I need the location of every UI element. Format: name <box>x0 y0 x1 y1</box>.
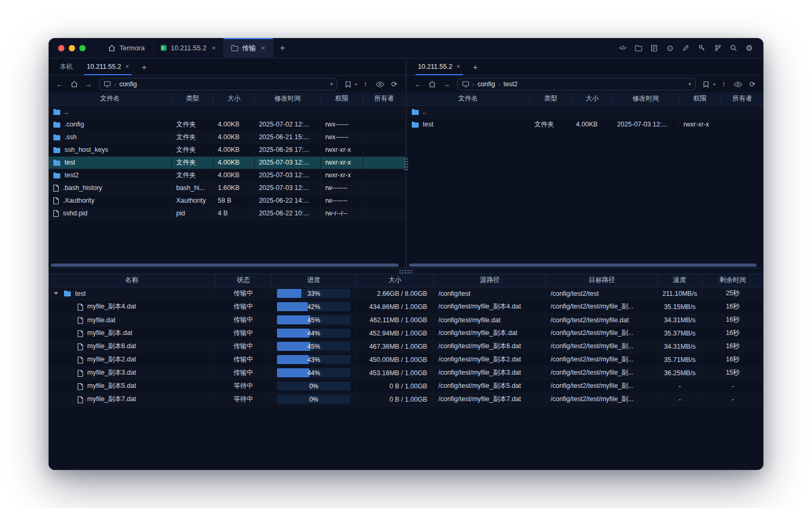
column-header[interactable]: 类型 <box>172 93 214 105</box>
transfer-row[interactable]: myfile_副本5.dat 等待中 0% 0 B / 1.00GB /conf… <box>49 379 763 393</box>
file-row[interactable]: .. <box>407 105 764 118</box>
path-breadcrumb[interactable]: › config ▾ <box>99 78 337 90</box>
file-row[interactable]: .ssh 文件夹 4.00KB 2025-06-21 15:... rwx---… <box>49 131 405 143</box>
record-macro-icon[interactable]: ⊙ <box>665 42 676 53</box>
log-icon[interactable] <box>649 42 660 53</box>
close-pane-tab-icon[interactable]: × <box>125 63 129 70</box>
new-pane-tab-button[interactable]: + <box>467 58 484 75</box>
transfer-row[interactable]: myfile_副本4.dat 传输中 42% 434.86MB / 1.00GB… <box>49 300 763 313</box>
path-breadcrumb[interactable]: › config › test2 ▾ <box>457 78 696 90</box>
key-manager-icon[interactable] <box>696 42 707 53</box>
column-header[interactable]: 文件名 <box>407 93 530 105</box>
file-owner <box>363 207 405 220</box>
forward-button[interactable]: → <box>82 78 94 90</box>
show-hidden-eye-icon[interactable] <box>732 78 744 90</box>
file-row[interactable]: test 文件夹 4.00KB 2025-07-03 12:... rwxr-x… <box>49 156 405 169</box>
expand-chevron-icon[interactable] <box>54 292 60 295</box>
minimize-window-button[interactable] <box>69 45 75 51</box>
bookmark-dropdown-icon[interactable]: ▾ <box>713 82 715 87</box>
tab-ssh-session[interactable]: 10.211.55.2 × <box>153 38 224 58</box>
pane-splitter[interactable] <box>405 58 407 268</box>
close-window-button[interactable] <box>58 45 64 51</box>
code-snippets-icon[interactable]: </> <box>617 42 628 53</box>
breadcrumb-segment[interactable]: test2 <box>503 80 518 88</box>
column-header[interactable]: 速度 <box>658 274 702 287</box>
file-row[interactable]: ssh_host_keys 文件夹 4.00KB 2025-06-26 17:.… <box>49 143 405 156</box>
back-button[interactable]: ← <box>54 78 66 90</box>
file-row[interactable]: .config 文件夹 4.00KB 2025-07-02 12:... rwx… <box>49 118 405 131</box>
bookmark-icon[interactable] <box>342 78 354 90</box>
refresh-button[interactable]: ⟳ <box>389 78 400 90</box>
column-header[interactable]: 类型 <box>530 93 571 105</box>
column-header[interactable]: 大小 <box>571 93 613 105</box>
column-header[interactable]: 权限 <box>321 93 363 105</box>
transfer-source-path: /config/test/myfile_副本3.dat <box>434 366 546 379</box>
bookmark-icon[interactable] <box>700 78 712 90</box>
port-forward-branch-icon[interactable] <box>712 42 723 53</box>
splitter-grip-icon[interactable] <box>404 158 409 171</box>
transfer-status: 传输中 <box>215 326 272 340</box>
column-header[interactable]: 所有者 <box>721 93 763 105</box>
path-dropdown-icon[interactable]: ▾ <box>688 81 691 87</box>
column-header[interactable]: 剩余时间 <box>702 274 763 287</box>
transfer-size: 0 B / 1.00GB <box>356 393 433 406</box>
column-header[interactable]: 状态 <box>215 274 272 287</box>
sftp-folder-icon[interactable] <box>633 42 644 53</box>
column-header[interactable]: 大小 <box>356 274 433 287</box>
bookmark-dropdown-icon[interactable]: ▾ <box>355 82 357 87</box>
tab-transfer[interactable]: 传输 × <box>224 38 273 58</box>
column-header[interactable]: 所有者 <box>363 93 405 105</box>
column-header[interactable]: 进度 <box>272 274 356 287</box>
parent-directory-button[interactable]: ↑ <box>360 78 372 90</box>
column-header[interactable]: 修改时间 <box>613 93 679 105</box>
forward-button[interactable]: → <box>441 78 453 90</box>
column-header[interactable]: 目标路径 <box>546 274 658 287</box>
show-hidden-eye-icon[interactable] <box>374 78 386 90</box>
breadcrumb-segment[interactable]: config <box>477 80 495 88</box>
column-header[interactable]: 修改时间 <box>254 93 320 105</box>
column-header[interactable]: 源路径 <box>434 274 546 287</box>
file-row[interactable]: .bash_history bash_hi... 1.60KB 2025-07-… <box>49 182 405 194</box>
home-button[interactable] <box>427 78 438 90</box>
transfer-splitter[interactable] <box>49 268 763 274</box>
zoom-window-button[interactable] <box>79 45 86 51</box>
new-pane-tab-button[interactable]: + <box>136 58 152 75</box>
transfer-row[interactable]: myfile_副本.dat 传输中 44% 452.94MB / 1.00GB … <box>49 326 763 340</box>
path-dropdown-icon[interactable]: ▾ <box>330 81 333 87</box>
new-tab-button[interactable]: + <box>273 38 292 58</box>
parent-directory-button[interactable]: ↑ <box>718 78 730 90</box>
splitter-grip-icon[interactable] <box>399 269 413 274</box>
breadcrumb-segment[interactable]: config <box>119 80 137 88</box>
transfer-row[interactable]: myfile.dat 传输中 45% 462.11MB / 1.00GB /co… <box>49 313 763 326</box>
back-button[interactable]: ← <box>412 78 424 90</box>
edit-icon[interactable] <box>680 42 691 53</box>
home-button[interactable] <box>68 78 80 90</box>
file-mtime: 2025-06-26 17:... <box>254 143 320 156</box>
pane-tab[interactable]: 10.211.55.2 × <box>411 58 467 75</box>
close-pane-tab-icon[interactable]: × <box>457 63 460 70</box>
search-icon[interactable] <box>728 42 739 53</box>
pane-tab[interactable]: 本机 × <box>53 58 80 75</box>
column-header[interactable]: 大小 <box>214 93 255 105</box>
file-row[interactable]: .Xauthority Xauthority 58 B 2025-06-22 1… <box>49 194 405 207</box>
settings-gear-icon[interactable]: ⚙ <box>744 42 755 53</box>
transfer-row[interactable]: test 传输中 33% 2.66GB / 8.00GB /config/tes… <box>49 287 763 300</box>
refresh-button[interactable]: ⟳ <box>746 78 758 90</box>
scrollbar-thumb[interactable] <box>409 264 757 267</box>
transfer-row[interactable]: myfile_副本2.dat 传输中 43% 450.00MB / 1.00GB… <box>49 353 763 366</box>
file-row[interactable]: test 文件夹 4.00KB 2025-07-03 12:... rwxr-x… <box>407 118 764 131</box>
transfer-row[interactable]: myfile_副本7.dat 等待中 0% 0 B / 1.00GB /conf… <box>49 393 763 406</box>
transfer-row[interactable]: myfile_副本6.dat 传输中 45% 467.36MB / 1.00GB… <box>49 340 763 353</box>
close-tab-icon[interactable]: × <box>261 44 265 51</box>
close-tab-icon[interactable]: × <box>211 44 216 51</box>
scrollbar-thumb[interactable] <box>51 264 399 267</box>
pane-tab[interactable]: 10.211.55.2 × <box>80 58 136 75</box>
file-row[interactable]: .. <box>49 105 405 118</box>
transfer-row[interactable]: myfile_副本3.dat 传输中 44% 453.16MB / 1.00GB… <box>49 366 763 379</box>
column-header[interactable]: 权限 <box>679 93 721 105</box>
column-header[interactable]: 名称 <box>49 274 215 287</box>
file-row[interactable]: sshd.pid pid 4 B 2025-06-22 10:... rw-r-… <box>49 207 405 220</box>
tab-termora-home[interactable]: Termora <box>100 38 153 58</box>
file-row[interactable]: test2 文件夹 4.00KB 2025-07-03 12:... rwxr-… <box>49 169 405 182</box>
column-header[interactable]: 文件名 <box>49 93 172 105</box>
